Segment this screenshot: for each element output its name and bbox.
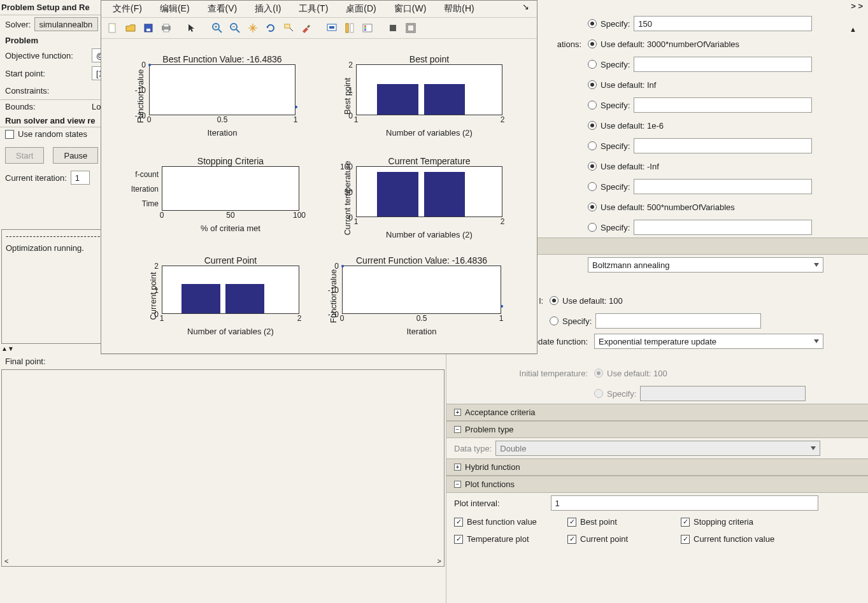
stall-specify-input[interactable] [634, 220, 812, 235]
ninf-default-radio[interactable] [588, 162, 597, 171]
plot-best-fn-label: Best function value [467, 517, 537, 527]
iterations-specify-radio[interactable] [588, 60, 597, 69]
chart-bar [377, 172, 418, 216]
inf-specify-radio[interactable] [588, 101, 597, 110]
reanneal-specify-input[interactable] [595, 313, 761, 329]
chart-ycat: f-count [135, 170, 162, 179]
svg-line-11 [236, 29, 239, 32]
plot-interval-input[interactable]: 1 [551, 495, 818, 511]
chart-title: Best Function Value: -16.4836 [149, 54, 295, 64]
menu-desktop[interactable]: 桌面(D) [338, 2, 383, 16]
status-collapse-icon[interactable]: ▲▼ [1, 345, 14, 352]
svg-rect-13 [285, 24, 290, 28]
pointer-icon[interactable] [184, 20, 199, 36]
start-button[interactable]: Start [5, 147, 44, 164]
plot-temperature-checkbox[interactable] [454, 535, 463, 544]
svg-rect-22 [390, 25, 396, 31]
menu-window[interactable]: 窗口(W) [387, 2, 434, 16]
init-temp-default-radio [594, 369, 603, 378]
chart-ylabel: Current temperature [343, 160, 352, 235]
chart-xtick: 1 [160, 314, 164, 323]
brush-icon[interactable] [299, 20, 314, 36]
figure-dock-icon[interactable]: ↘ [518, 2, 533, 16]
chart-point [295, 106, 297, 108]
chart-title: Best point [356, 54, 502, 64]
plot-best-point-label: Best point [580, 517, 617, 527]
chart-plotarea: 012 [356, 64, 502, 115]
inf-default-radio[interactable] [588, 80, 597, 89]
chart-xtick: 100 [293, 211, 306, 220]
chart-title: Stopping Criteria [162, 156, 299, 166]
plot-stopping-checkbox[interactable] [681, 518, 690, 527]
inf-specify-input[interactable] [634, 97, 812, 113]
rotate-icon[interactable] [263, 20, 278, 36]
zoom-out-icon[interactable] [227, 20, 243, 36]
chart-xlabel: % of criteria met [162, 223, 299, 233]
acceptance-criteria-section[interactable]: +Acceptance criteria [446, 404, 868, 421]
hybrid-function-section[interactable]: +Hybrid function [446, 458, 868, 476]
new-icon[interactable] [105, 20, 120, 36]
iterations-specify-input[interactable] [634, 57, 812, 72]
layout-icon[interactable] [403, 20, 418, 36]
link-icon[interactable] [324, 20, 339, 36]
stall-default-label: Use default: 500*numberOfVariables [601, 202, 735, 212]
annealing-function-select[interactable]: Boltzmann annealing [588, 257, 823, 273]
scroll-up-icon[interactable]: ▲ [850, 25, 857, 33]
objective-function-label: Objective function: [5, 51, 88, 60]
menu-insert[interactable]: 插入(I) [247, 2, 288, 16]
stall-specify-radio[interactable] [588, 223, 597, 232]
plot-best-point-checkbox[interactable] [567, 518, 576, 527]
open-icon[interactable] [123, 20, 138, 36]
plot-best-fn-checkbox[interactable] [454, 518, 463, 527]
menu-file[interactable]: 文件(F) [105, 2, 150, 16]
menu-edit[interactable]: 编辑(E) [152, 2, 197, 16]
tol-specify-input[interactable] [634, 138, 812, 153]
chart-xtick: 2 [501, 217, 505, 226]
specify-150-radio[interactable] [588, 19, 597, 28]
specify-150-input[interactable]: 150 [634, 16, 812, 31]
menu-tools[interactable]: 工具(T) [291, 2, 336, 16]
reanneal-default-radio[interactable] [550, 296, 559, 305]
use-random-states-checkbox[interactable] [5, 130, 14, 139]
solver-dropdown[interactable]: simulannealbn [34, 17, 98, 31]
tol-specify-radio[interactable] [588, 141, 597, 150]
colorbar-icon[interactable] [342, 20, 357, 36]
svg-rect-19 [364, 25, 366, 27]
chart-xtick: 0.5 [416, 314, 427, 323]
print-icon[interactable] [159, 20, 174, 36]
datacursor-icon[interactable] [281, 20, 296, 36]
pan-icon[interactable] [245, 20, 260, 36]
menu-help[interactable]: 帮助(H) [436, 2, 481, 16]
reanneal-specify-radio[interactable] [550, 316, 559, 325]
iterations-specify-label: Specify: [601, 60, 630, 69]
legend-icon[interactable] [360, 20, 375, 36]
plot-functions-label: Plot functions [465, 479, 515, 489]
chart-xtick: 2 [297, 314, 302, 323]
zoom-in-icon[interactable] [210, 20, 225, 36]
save-icon[interactable] [141, 20, 156, 36]
iterations-default-radio[interactable] [588, 39, 597, 48]
svg-rect-17 [350, 24, 353, 32]
scroll-right-icon[interactable]: > [438, 557, 441, 565]
scroll-left-icon[interactable]: < [4, 557, 8, 565]
chart-ycat: Iteration [131, 185, 162, 194]
plot-functions-section[interactable]: −Plot functions [446, 476, 868, 493]
chart-ytick: 2 [348, 60, 357, 69]
stall-default-radio[interactable] [588, 202, 597, 211]
stop-icon[interactable] [385, 20, 401, 36]
chart-xtick: 1 [294, 115, 298, 124]
init-temp-specify-input [640, 386, 806, 401]
plot-current-fn-checkbox[interactable] [681, 535, 690, 544]
chart-xtick: 0.5 [217, 115, 228, 124]
ninf-specify-radio[interactable] [588, 182, 597, 191]
reanneal-specify-label: Specify: [562, 316, 592, 326]
svg-rect-20 [364, 27, 366, 29]
temp-update-select[interactable]: Exponential temperature update [594, 334, 823, 349]
pause-button[interactable]: Pause [53, 147, 98, 164]
chart-xlabel: Number of variables (2) [356, 230, 502, 239]
menu-view[interactable]: 查看(V) [200, 2, 245, 16]
tol-default-radio[interactable] [588, 121, 597, 130]
problem-type-section[interactable]: −Problem type [446, 421, 868, 438]
plot-current-point-checkbox[interactable] [567, 535, 576, 544]
ninf-specify-input[interactable] [634, 179, 812, 194]
